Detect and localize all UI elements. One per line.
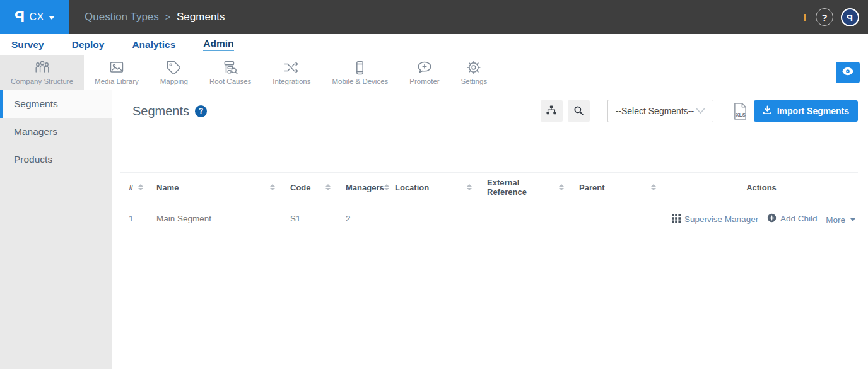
column-header-num[interactable]: # bbox=[120, 173, 148, 202]
sidebar-item-managers[interactable]: Managers bbox=[0, 118, 112, 146]
sort-icon bbox=[467, 184, 472, 190]
column-header-managers[interactable]: Managers bbox=[337, 173, 386, 202]
table-header-row: # Name Code Managers bbox=[120, 173, 858, 202]
segments-select[interactable]: --Select Segments-- bbox=[607, 100, 713, 122]
plus-circle-icon bbox=[767, 213, 777, 225]
chevron-down-icon bbox=[696, 108, 705, 114]
topbar: P CX Question Types > Segments ? P bbox=[0, 0, 868, 34]
flowchart-search-icon bbox=[222, 59, 238, 76]
download-icon bbox=[763, 105, 772, 117]
column-label: Actions bbox=[746, 183, 777, 192]
more-label: More bbox=[826, 215, 845, 225]
sort-icon bbox=[559, 184, 564, 190]
nav-item-analytics[interactable]: Analytics bbox=[132, 39, 175, 50]
sidebar-item-segments[interactable]: Segments bbox=[0, 90, 112, 118]
nav-item-survey[interactable]: Survey bbox=[11, 39, 44, 50]
sort-icon bbox=[384, 184, 389, 190]
column-header-name[interactable]: Name bbox=[148, 173, 281, 202]
column-label: # bbox=[129, 183, 133, 192]
column-header-external-reference[interactable]: External Reference bbox=[478, 173, 570, 202]
supervise-manager-link[interactable]: Supervise Manager bbox=[672, 214, 758, 225]
cell-managers: 2 bbox=[337, 202, 386, 235]
nav-item-admin[interactable]: Admin bbox=[203, 38, 233, 51]
shuffle-icon bbox=[283, 59, 300, 76]
tab-label: Mapping bbox=[160, 78, 188, 85]
tab-label: Root Causes bbox=[209, 78, 251, 85]
brand-p-icon: P bbox=[15, 9, 25, 25]
tab-label: Integrations bbox=[273, 78, 310, 85]
column-header-location[interactable]: Location bbox=[386, 173, 478, 202]
column-header-actions: Actions bbox=[662, 173, 858, 202]
select-value: --Select Segments-- bbox=[616, 106, 694, 116]
tab-label: Company Structure bbox=[11, 78, 73, 85]
export-xls-button[interactable]: XLS bbox=[732, 102, 748, 120]
tab-company-structure[interactable]: Company Structure bbox=[0, 55, 84, 90]
nav-item-deploy[interactable]: Deploy bbox=[72, 39, 105, 50]
tab-label: Settings bbox=[461, 78, 488, 85]
cell-num: 1 bbox=[120, 202, 148, 235]
avatar[interactable]: P bbox=[841, 8, 859, 26]
image-icon bbox=[108, 59, 125, 76]
caret-down-icon bbox=[850, 218, 855, 221]
sidebar-item-products[interactable]: Products bbox=[0, 146, 112, 173]
cell-external-reference bbox=[478, 202, 570, 235]
cell-name: Main Segment bbox=[148, 202, 281, 235]
tab-settings[interactable]: Settings bbox=[450, 55, 498, 90]
segments-table: # Name Code Managers bbox=[120, 172, 858, 235]
header-controls: --Select Segments-- XLS bbox=[541, 100, 858, 122]
cell-code: S1 bbox=[281, 202, 337, 235]
tab-mapping[interactable]: Mapping bbox=[150, 55, 199, 90]
product-nav: Survey Deploy Analytics Admin bbox=[0, 34, 868, 55]
table-row: 1 Main Segment S1 2 bbox=[120, 202, 858, 235]
breadcrumb-current: Segments bbox=[177, 11, 225, 23]
admin-icon-toolbar: Company Structure Media Library Mapping bbox=[0, 55, 868, 90]
page-header: Segments ? bbox=[120, 90, 858, 132]
add-child-label: Add Child bbox=[780, 214, 818, 223]
brand-logo[interactable]: P CX bbox=[0, 0, 69, 34]
supervise-manager-label: Supervise Manager bbox=[684, 214, 758, 224]
hierarchy-icon bbox=[545, 104, 558, 119]
preview-button[interactable] bbox=[836, 62, 860, 83]
xls-file-icon: XLS bbox=[732, 102, 748, 120]
add-child-link[interactable]: Add Child bbox=[767, 213, 818, 225]
content: Segments Managers Products Segments ? bbox=[0, 90, 868, 369]
title-help-button[interactable]: ? bbox=[195, 105, 207, 117]
gear-icon bbox=[466, 59, 482, 76]
search-icon bbox=[573, 105, 584, 118]
search-button[interactable] bbox=[568, 100, 590, 122]
grid-icon bbox=[672, 214, 681, 225]
column-label: Name bbox=[156, 183, 179, 192]
chevron-down-icon bbox=[49, 16, 55, 20]
eye-icon bbox=[842, 66, 854, 78]
smartphone-icon bbox=[352, 59, 368, 76]
column-header-code[interactable]: Code bbox=[281, 173, 337, 202]
tab-promoter[interactable]: Promoter bbox=[399, 55, 450, 90]
more-link[interactable]: More bbox=[826, 215, 855, 225]
tag-icon bbox=[166, 59, 182, 76]
tab-label: Promoter bbox=[409, 78, 439, 85]
tab-root-causes[interactable]: Root Causes bbox=[199, 55, 262, 90]
cell-location bbox=[386, 202, 478, 235]
tree-view-button[interactable] bbox=[541, 100, 563, 122]
sort-icon bbox=[138, 184, 143, 190]
chat-plus-icon bbox=[416, 59, 433, 76]
tab-mobile-devices[interactable]: Mobile & Devices bbox=[321, 55, 399, 90]
column-label: External Reference bbox=[487, 178, 559, 197]
breadcrumb-parent[interactable]: Question Types bbox=[85, 11, 159, 23]
cell-parent bbox=[570, 202, 662, 235]
breadcrumb: Question Types > Segments bbox=[85, 11, 225, 23]
divider-tick bbox=[804, 14, 806, 21]
tab-label: Mobile & Devices bbox=[332, 78, 388, 85]
tab-integrations[interactable]: Integrations bbox=[262, 55, 321, 90]
import-segments-button[interactable]: Import Segments bbox=[754, 100, 858, 122]
main-panel: Segments ? bbox=[112, 90, 868, 369]
tab-media-library[interactable]: Media Library bbox=[84, 55, 150, 90]
column-label: Code bbox=[290, 183, 311, 192]
segments-table-wrap: # Name Code Managers bbox=[120, 172, 858, 235]
column-label: Parent bbox=[579, 183, 604, 192]
people-group-icon bbox=[34, 59, 50, 76]
column-header-parent[interactable]: Parent bbox=[570, 173, 662, 202]
breadcrumb-separator: > bbox=[165, 12, 170, 22]
topbar-right: ? P bbox=[804, 8, 868, 26]
help-button[interactable]: ? bbox=[816, 8, 833, 26]
